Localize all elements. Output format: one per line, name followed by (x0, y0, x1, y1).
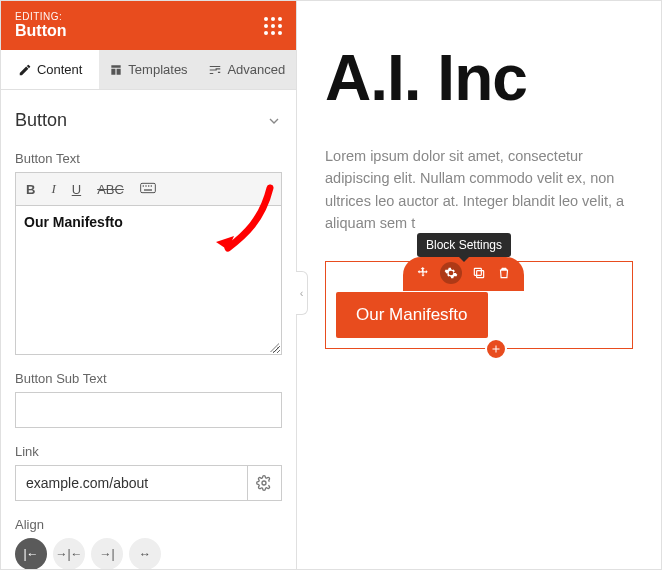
underline-button[interactable]: U (70, 180, 83, 199)
section-header-button[interactable]: Button (15, 104, 282, 145)
svg-point-6 (262, 481, 266, 485)
sub-text-label: Button Sub Text (15, 371, 282, 386)
svg-rect-0 (141, 183, 156, 192)
copy-icon (472, 266, 486, 280)
tab-advanced[interactable]: Advanced (198, 50, 296, 89)
align-label: Align (15, 517, 282, 532)
paragraph-block[interactable]: Lorem ipsum dolor sit amet, consectetur … (325, 145, 633, 235)
duplicate-block-button[interactable] (471, 265, 487, 281)
panel-header: EDITING: Button (1, 1, 296, 50)
italic-button[interactable]: I (49, 179, 57, 199)
editing-eyebrow: EDITING: (15, 11, 67, 22)
move-block-button[interactable] (415, 265, 431, 281)
link-input[interactable] (15, 465, 248, 501)
keyboard-button[interactable] (138, 180, 158, 199)
plus-icon (490, 343, 502, 355)
align-options: |← →|← →| ↔ (15, 538, 282, 569)
selected-block[interactable]: Block Settings Our Manifesfto (325, 261, 633, 349)
align-right-button[interactable]: →| (91, 538, 123, 569)
move-icon (416, 266, 430, 280)
link-settings-button[interactable] (248, 465, 283, 501)
page-heading[interactable]: A.I. Inc (325, 41, 633, 115)
delete-block-button[interactable] (496, 265, 512, 281)
svg-rect-8 (474, 268, 481, 275)
bold-button[interactable]: B (24, 180, 37, 199)
align-justify-button[interactable]: ↔ (129, 538, 161, 569)
svg-rect-7 (477, 271, 484, 278)
sliders-icon (208, 63, 222, 77)
settings-block-button[interactable] (440, 262, 462, 284)
add-block-button[interactable] (485, 338, 507, 360)
keyboard-icon (140, 182, 156, 194)
button-text-label: Button Text (15, 151, 282, 166)
button-preview[interactable]: Our Manifesfto (336, 292, 488, 338)
strike-button[interactable]: ABC (95, 180, 126, 199)
svg-rect-4 (151, 185, 152, 186)
template-icon (109, 63, 123, 77)
button-text-editor[interactable]: Our Manifesfto (15, 205, 282, 355)
editing-title: Button (15, 22, 67, 40)
sub-text-input[interactable] (15, 392, 282, 428)
pencil-icon (18, 63, 32, 77)
align-left-button[interactable]: |← (15, 538, 47, 569)
section-title: Button (15, 110, 67, 131)
svg-rect-1 (143, 185, 144, 186)
tab-templates[interactable]: Templates (99, 50, 197, 89)
gear-icon (444, 266, 458, 280)
svg-rect-2 (145, 185, 146, 186)
rte-toolbar: B I U ABC (15, 172, 282, 205)
tabs: Content Templates Advanced (1, 50, 296, 90)
trash-icon (497, 266, 511, 280)
collapse-sidebar-button[interactable]: ‹ (296, 271, 308, 315)
align-center-button[interactable]: →|← (53, 538, 85, 569)
tab-advanced-label: Advanced (227, 62, 285, 77)
block-settings-tooltip: Block Settings (417, 233, 511, 257)
drag-grip-icon[interactable] (264, 17, 282, 35)
tab-content-label: Content (37, 62, 83, 77)
svg-rect-5 (144, 189, 152, 190)
link-label: Link (15, 444, 282, 459)
svg-rect-3 (148, 185, 149, 186)
tab-content[interactable]: Content (1, 50, 99, 89)
paragraph-text: Lorem ipsum dolor sit amet, consectetur … (325, 148, 624, 231)
chevron-down-icon (266, 113, 282, 129)
gear-icon (256, 475, 272, 491)
canvas: ‹ A.I. Inc Lorem ipsum dolor sit amet, c… (297, 1, 661, 569)
tab-templates-label: Templates (128, 62, 187, 77)
block-toolbar (403, 257, 524, 291)
